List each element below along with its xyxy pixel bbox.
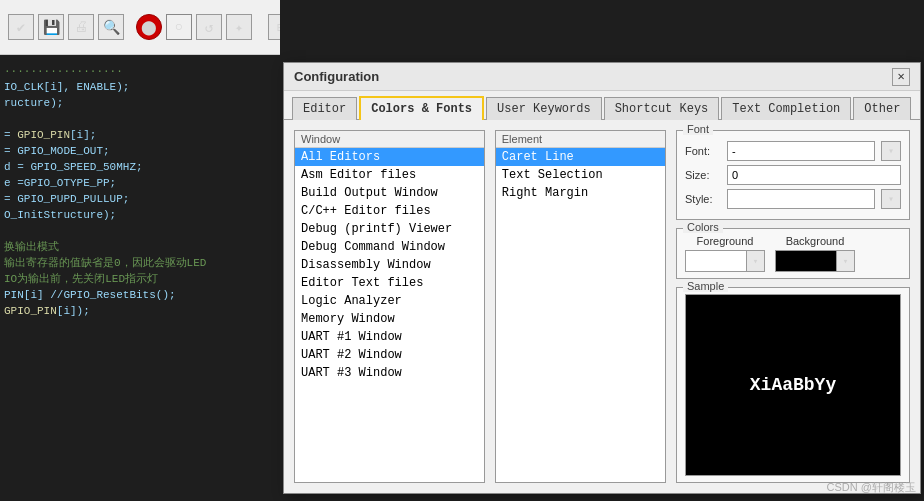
element-panel: Element Caret Line Text Selection Right … — [495, 130, 666, 483]
code-line: d = GPIO_SPEED_50MHZ; — [4, 159, 276, 175]
list-item[interactable]: All Editors — [295, 148, 484, 166]
foreground-swatch[interactable] — [686, 251, 746, 271]
code-editor: ·················· IO_CLK[i], ENABLE); r… — [0, 55, 280, 501]
list-item[interactable]: Disassembly Window — [295, 256, 484, 274]
code-line: e =GPIO_OTYPE_PP; — [4, 175, 276, 191]
editor-background: ✔ 💾 🖨 🔍 ⬤ ○ ↺ ✦ ⊞ ▾ 🔧 ··················… — [0, 0, 280, 501]
code-line: 换输出模式 — [4, 239, 276, 255]
background-swatch[interactable] — [776, 251, 836, 271]
window-panel-title: Window — [295, 131, 484, 148]
code-line: = GPIO_MODE_OUT; — [4, 143, 276, 159]
list-item[interactable]: Debug Command Window — [295, 238, 484, 256]
toolbar-btn-3[interactable]: 🖨 — [68, 14, 94, 40]
sample-text: XiAaBbYy — [750, 375, 836, 395]
code-line — [4, 223, 276, 239]
code-line: ructure); — [4, 95, 276, 111]
style-dropdown-btn[interactable]: ▾ — [881, 189, 901, 209]
size-label: Size: — [685, 169, 721, 181]
dialog-titlebar: Configuration ✕ — [284, 63, 920, 91]
list-item[interactable]: UART #1 Window — [295, 328, 484, 346]
list-item[interactable]: Editor Text files — [295, 274, 484, 292]
code-line: = GPIO_PIN[i]; — [4, 127, 276, 143]
watermark: CSDN @轩阁楼玉 — [827, 480, 916, 495]
list-item[interactable]: Asm Editor files — [295, 166, 484, 184]
element-panel-list[interactable]: Caret Line Text Selection Right Margin — [496, 148, 665, 482]
toolbar-btn-red[interactable]: ⬤ — [136, 14, 162, 40]
foreground-dropdown[interactable]: ▾ — [746, 251, 764, 271]
colors-row: Foreground ▾ Background ▾ — [685, 235, 901, 272]
list-item[interactable]: Caret Line — [496, 148, 665, 166]
toolbar-btn-1[interactable]: ✔ — [8, 14, 34, 40]
code-line — [4, 111, 276, 127]
sample-group-label: Sample — [683, 280, 728, 292]
font-label: Font: — [685, 145, 721, 157]
font-group-label: Font — [683, 123, 713, 135]
style-row: Style: ▾ — [685, 189, 901, 209]
tab-user-keywords[interactable]: User Keywords — [486, 97, 602, 120]
element-panel-title: Element — [496, 131, 665, 148]
code-line: IO为输出前，先关闭LED指示灯 — [4, 271, 276, 287]
tab-text-completion[interactable]: Text Completion — [721, 97, 851, 120]
code-line: = GPIO_PUPD_PULLUP; — [4, 191, 276, 207]
dialog-title: Configuration — [294, 69, 379, 84]
code-line: PIN[i] //GPIO_ResetBits(); — [4, 287, 276, 303]
toolbar-btn-circle[interactable]: ○ — [166, 14, 192, 40]
list-item[interactable]: Build Output Window — [295, 184, 484, 202]
size-row: Size: — [685, 165, 901, 185]
foreground-label: Foreground — [697, 235, 754, 247]
configuration-dialog: Configuration ✕ Editor Colors & Fonts Us… — [283, 62, 921, 494]
dialog-body: Window All Editors Asm Editor files Buil… — [284, 120, 920, 493]
toolbar-btn-divider2 — [256, 14, 264, 40]
code-line: IO_CLK[i], ENABLE); — [4, 79, 276, 95]
background-dropdown[interactable]: ▾ — [836, 251, 854, 271]
code-line: GPIO_PIN[i]); — [4, 303, 276, 319]
background-label: Background — [786, 235, 845, 247]
background-swatch-row: ▾ — [775, 250, 855, 272]
toolbar-btn-stars[interactable]: ✦ — [226, 14, 252, 40]
code-line: 输出寄存器的值缺省是0，因此会驱动LED — [4, 255, 276, 271]
font-dropdown-btn[interactable]: ▾ — [881, 141, 901, 161]
colors-group-label: Colors — [683, 221, 723, 233]
window-panel: Window All Editors Asm Editor files Buil… — [294, 130, 485, 483]
size-input[interactable] — [727, 165, 901, 185]
tab-other[interactable]: Other — [853, 97, 911, 120]
toolbar-btn-divider — [128, 14, 132, 40]
tab-editor[interactable]: Editor — [292, 97, 357, 120]
toolbar-btn-2[interactable]: 💾 — [38, 14, 64, 40]
font-input[interactable] — [727, 141, 875, 161]
right-side: Font Font: ▾ Size: Style: ▾ Color — [676, 130, 910, 483]
tabs-bar: Editor Colors & Fonts User Keywords Shor… — [284, 91, 920, 120]
list-item[interactable]: Debug (printf) Viewer — [295, 220, 484, 238]
code-line: O_InitStructure); — [4, 207, 276, 223]
colors-group: Colors Foreground ▾ Background ▾ — [676, 228, 910, 279]
list-item[interactable]: UART #2 Window — [295, 346, 484, 364]
font-row: Font: ▾ — [685, 141, 901, 161]
sample-group: Sample XiAaBbYy — [676, 287, 910, 483]
foreground-swatch-row: ▾ — [685, 250, 765, 272]
toolbar-btn-loop[interactable]: ↺ — [196, 14, 222, 40]
tab-colors-fonts[interactable]: Colors & Fonts — [359, 96, 484, 120]
window-panel-list[interactable]: All Editors Asm Editor files Build Outpu… — [295, 148, 484, 482]
list-item[interactable]: Right Margin — [496, 184, 665, 202]
style-input[interactable] — [727, 189, 875, 209]
style-label: Style: — [685, 193, 721, 205]
tab-shortcut-keys[interactable]: Shortcut Keys — [604, 97, 720, 120]
close-button[interactable]: ✕ — [892, 68, 910, 86]
toolbar: ✔ 💾 🖨 🔍 ⬤ ○ ↺ ✦ ⊞ ▾ 🔧 — [0, 0, 280, 55]
list-item[interactable]: UART #3 Window — [295, 364, 484, 382]
background-col: Background ▾ — [775, 235, 855, 272]
foreground-col: Foreground ▾ — [685, 235, 765, 272]
list-item[interactable]: Logic Analyzer — [295, 292, 484, 310]
list-item[interactable]: Memory Window — [295, 310, 484, 328]
sample-box: XiAaBbYy — [685, 294, 901, 476]
toolbar-btn-4[interactable]: 🔍 — [98, 14, 124, 40]
list-item[interactable]: Text Selection — [496, 166, 665, 184]
toolbar-btn-layout[interactable]: ⊞ — [268, 14, 280, 40]
font-group: Font Font: ▾ Size: Style: ▾ — [676, 130, 910, 220]
list-item[interactable]: C/C++ Editor files — [295, 202, 484, 220]
code-line: ·················· — [4, 63, 276, 79]
